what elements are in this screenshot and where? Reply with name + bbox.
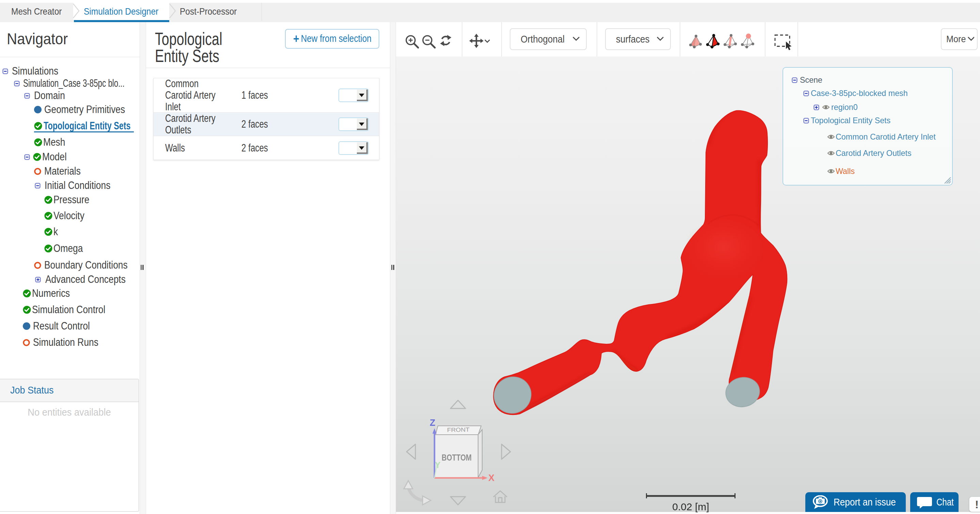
svg-text:Z: Z — [430, 418, 436, 428]
svg-text:X: X — [488, 473, 495, 483]
svg-text:BOTTOM: BOTTOM — [442, 452, 472, 463]
svg-text:FRONT: FRONT — [447, 427, 469, 433]
svg-text:Y: Y — [435, 460, 441, 470]
